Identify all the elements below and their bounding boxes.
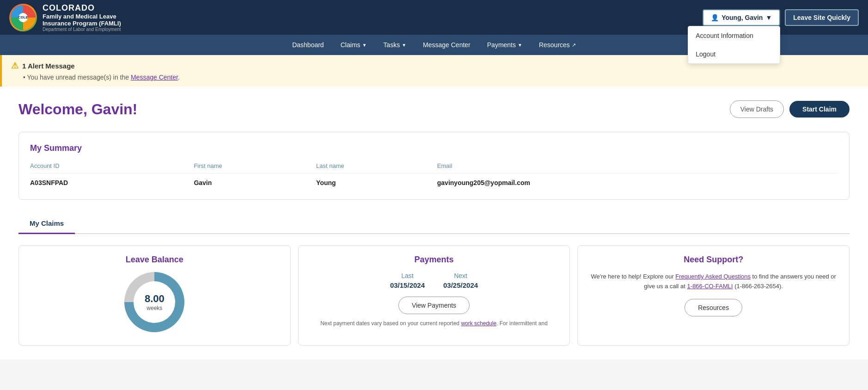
external-link-icon: ↗	[572, 42, 576, 48]
welcome-title: Welcome, Gavin!	[18, 101, 137, 118]
message-center-link[interactable]: Message Center	[131, 74, 178, 81]
phone-link[interactable]: 1-866-CO-FAMLI	[687, 283, 733, 290]
last-name-col-header: Last name	[316, 161, 437, 173]
alert-triangle-icon: ⚠	[11, 61, 18, 71]
leave-balance-weeks-number: 8.00	[145, 293, 165, 305]
program-name-line1: Family and Medical Leave	[43, 13, 121, 20]
next-payment-col: Next 03/25/2024	[443, 272, 478, 289]
account-id-value: A03SNFPAD	[30, 173, 194, 189]
alert-body: • You have unread message(s) in the Mess…	[11, 74, 859, 81]
user-dropdown-menu: Account Information Logout	[688, 26, 780, 64]
user-icon: 👤	[711, 14, 719, 21]
user-name-label: Young, Gavin	[721, 14, 763, 21]
welcome-actions: View Drafts Start Claim	[730, 100, 850, 118]
welcome-row: Welcome, Gavin! View Drafts Start Claim	[18, 100, 850, 118]
cards-row: Leave Balance 8.00 weeks Payments Last 0…	[18, 245, 850, 346]
user-menu-button[interactable]: 👤 Young, Gavin ▼	[703, 9, 780, 26]
tabs: My Claims	[18, 214, 850, 234]
first-name-value: Gavin	[194, 173, 316, 189]
leave-site-button[interactable]: Leave Site Quickly	[785, 9, 859, 26]
state-name: COLORADO	[43, 3, 121, 13]
logo-area: CDLE COLORADO Family and Medical Leave I…	[9, 3, 121, 32]
view-payments-button[interactable]: View Payments	[398, 297, 470, 314]
donut-chart: 8.00 weeks	[124, 272, 184, 332]
chevron-down-icon: ▼	[765, 14, 772, 21]
faq-link[interactable]: Frequently Asked Questions	[675, 273, 751, 280]
tasks-arrow-icon: ▼	[402, 43, 406, 48]
next-payment-date: 03/25/2024	[443, 281, 478, 289]
account-info-item[interactable]: Account Information	[688, 26, 780, 45]
first-name-col-header: First name	[194, 161, 316, 173]
tab-my-claims[interactable]: My Claims	[18, 214, 75, 234]
next-payment-label: Next	[443, 272, 478, 279]
program-name-line2: Insurance Program (FAMLI)	[43, 20, 121, 27]
payments-title: Payments	[308, 255, 561, 265]
payment-note: Next payment dates vary based on your cu…	[308, 320, 561, 328]
summary-card: My Summary Account ID First name Last na…	[18, 132, 850, 200]
leave-balance-weeks-label: weeks	[147, 305, 162, 311]
support-text: We're here to help! Explore our Frequent…	[587, 272, 840, 291]
header-actions: 👤 Young, Gavin ▼ Account Information Log…	[703, 9, 859, 26]
summary-title: My Summary	[30, 143, 838, 153]
leave-balance-title: Leave Balance	[28, 255, 281, 265]
start-claim-button[interactable]: Start Claim	[789, 101, 850, 118]
donut-chart-container: 8.00 weeks	[28, 272, 281, 332]
payments-card: Payments Last 03/15/2024 Next 03/25/2024…	[298, 245, 570, 346]
department-name: Department of Labor and Employment	[43, 27, 121, 32]
donut-inner: 8.00 weeks	[134, 281, 175, 323]
summary-table: Account ID First name Last name Email A0…	[30, 161, 838, 188]
leave-balance-card: Leave Balance 8.00 weeks	[18, 245, 291, 346]
header-text: COLORADO Family and Medical Leave Insura…	[43, 3, 121, 32]
logout-item[interactable]: Logout	[688, 45, 780, 63]
support-title: Need Support?	[587, 255, 840, 265]
last-payment-date: 03/15/2024	[390, 281, 425, 289]
email-col-header: Email	[437, 161, 838, 173]
last-payment-col: Last 03/15/2024	[390, 272, 425, 289]
view-drafts-button[interactable]: View Drafts	[730, 100, 784, 118]
logo-initials: CDLE	[18, 13, 28, 22]
work-schedule-link[interactable]: work schedule	[461, 320, 496, 327]
logo-icon: CDLE	[9, 4, 37, 31]
nav-dashboard[interactable]: Dashboard	[285, 37, 331, 53]
nav-payments[interactable]: Payments ▼	[480, 37, 530, 53]
user-dropdown-container: 👤 Young, Gavin ▼ Account Information Log…	[703, 9, 780, 26]
support-card: Need Support? We're here to help! Explor…	[577, 245, 850, 346]
nav-message-center[interactable]: Message Center	[416, 37, 478, 53]
nav-claims[interactable]: Claims ▼	[333, 37, 374, 53]
account-id-col-header: Account ID	[30, 161, 194, 173]
nav-resources[interactable]: Resources ↗	[532, 37, 583, 53]
nav-tasks[interactable]: Tasks ▼	[376, 37, 414, 53]
table-row: A03SNFPAD Gavin Young gavinyoung205@yopm…	[30, 173, 838, 189]
payments-arrow-icon: ▼	[518, 43, 522, 48]
claims-arrow-icon: ▼	[362, 43, 367, 48]
main-content: Welcome, Gavin! View Drafts Start Claim …	[0, 87, 868, 359]
email-value: gavinyoung205@yopmail.com	[437, 173, 838, 189]
resources-button[interactable]: Resources	[685, 299, 742, 316]
payments-dates: Last 03/15/2024 Next 03/25/2024	[308, 272, 561, 289]
header: CDLE COLORADO Family and Medical Leave I…	[0, 0, 868, 35]
last-payment-label: Last	[390, 272, 425, 279]
last-name-value: Young	[316, 173, 437, 189]
